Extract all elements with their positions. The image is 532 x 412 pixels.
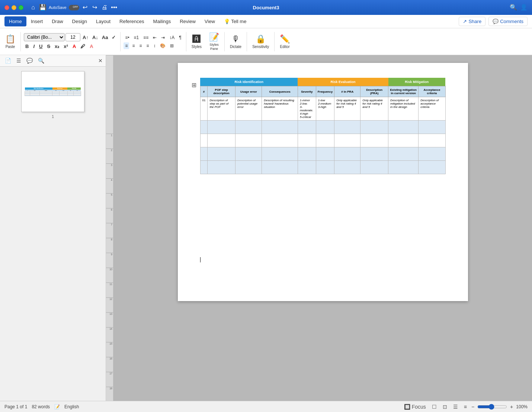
cell-empty[interactable] — [388, 134, 419, 147]
cell-empty[interactable] — [262, 147, 298, 161]
decrease-indent-button[interactable]: ⇤ — [151, 34, 158, 41]
menu-tell-me[interactable]: 💡 Tell me — [219, 16, 251, 26]
cell-empty[interactable] — [316, 161, 334, 174]
doc-scroll-area[interactable]: ⊞ Risk Identification Risk Evaluation Ri… — [113, 55, 532, 401]
sidebar-pages-button[interactable]: 📄 — [3, 57, 13, 65]
cell-empty[interactable] — [208, 134, 235, 147]
multilevel-list-button[interactable]: ≡≡ — [142, 34, 150, 41]
cell-pof[interactable]: Description of step as part of the POF — [208, 97, 235, 121]
zoom-decrease-icon[interactable]: − — [471, 404, 474, 410]
shading-para-button[interactable]: 🎨 — [158, 42, 167, 49]
show-marks-button[interactable]: ¶ — [177, 34, 183, 41]
change-case-button[interactable]: Aa — [100, 34, 110, 41]
cell-empty[interactable] — [360, 147, 388, 161]
focus-button[interactable]: 🔲 Focus — [403, 403, 427, 411]
proofing-icon[interactable]: 📝 — [54, 404, 60, 409]
dictate-button[interactable]: 🎙 Dictate — [228, 33, 244, 49]
cell-acceptance[interactable]: Description of acceptance criteria — [419, 97, 445, 121]
sidebar-close-button[interactable]: ✕ — [98, 58, 103, 64]
cell-empty[interactable] — [235, 134, 262, 147]
sidebar-nav-button[interactable]: ☰ — [15, 57, 23, 65]
cell-empty[interactable] — [262, 134, 298, 147]
styles-button[interactable]: 🅰 Styles — [189, 33, 204, 49]
cell-empty[interactable] — [419, 134, 445, 147]
autosave-toggle[interactable] — [69, 5, 79, 10]
zoom-slider[interactable] — [477, 404, 507, 410]
cell-empty[interactable] — [208, 147, 235, 161]
more-icon[interactable]: ••• — [110, 4, 118, 11]
cell-empty[interactable] — [298, 147, 316, 161]
cell-empty[interactable] — [298, 161, 316, 174]
cell-empty[interactable] — [419, 161, 445, 174]
cell-num[interactable]: 01 — [200, 97, 208, 121]
menu-references[interactable]: References — [115, 16, 148, 26]
zoom-increase-icon[interactable]: + — [510, 404, 513, 410]
paste-button[interactable]: 📋 Paste — [3, 33, 17, 49]
document-page[interactable]: ⊞ Risk Identification Risk Evaluation Ri… — [178, 63, 468, 301]
web-layout-button[interactable]: ⊡ — [441, 403, 449, 411]
cell-empty[interactable] — [334, 161, 360, 174]
cell-empty[interactable] — [200, 147, 208, 161]
cell-empty[interactable] — [388, 147, 419, 161]
strikethrough-button[interactable]: S — [45, 43, 52, 50]
cell-empty[interactable] — [419, 121, 445, 134]
table-add-button[interactable]: ⊞ — [192, 82, 196, 89]
maximize-button[interactable] — [19, 5, 23, 10]
bold-button[interactable]: B — [24, 43, 30, 50]
account-icon[interactable]: 👤 — [520, 4, 528, 11]
font-size-input[interactable] — [65, 33, 80, 41]
menu-home[interactable]: Home — [4, 16, 26, 26]
cell-empty[interactable] — [360, 121, 388, 134]
cell-empty[interactable] — [200, 161, 208, 174]
cell-severity[interactable]: 1-minor 2-low. 3-moderate. 4-high 5-crit… — [298, 97, 316, 121]
sidebar-review-button[interactable]: 💬 — [25, 57, 35, 65]
cell-empty[interactable] — [208, 121, 235, 134]
highlight-button[interactable]: 🖊 — [79, 43, 87, 50]
cell-num-pra[interactable]: Only applicable for risk rating 4 and 5 — [334, 97, 360, 121]
save-icon[interactable]: 💾 — [39, 4, 47, 11]
justify-button[interactable]: ≡ — [145, 42, 150, 49]
cell-empty[interactable] — [200, 134, 208, 147]
page-thumbnail[interactable]: Risk Identification Risk Eval Risk Mit #… — [21, 71, 84, 112]
cell-empty[interactable] — [388, 121, 419, 134]
underline-button[interactable]: U — [38, 43, 44, 50]
menu-review[interactable]: Review — [175, 16, 200, 26]
cell-empty[interactable] — [262, 161, 298, 174]
align-right-button[interactable]: ≡ — [138, 42, 143, 49]
sensitivity-button[interactable]: 🔒 Sensitivity — [250, 33, 271, 49]
cell-desc-pra[interactable]: Only applicable for risk rating 4 and 5 — [360, 97, 388, 121]
clear-format-button[interactable]: ✓ — [110, 34, 117, 41]
font-name-dropdown[interactable]: Calibri (Bo... — [24, 33, 65, 41]
borders-button[interactable]: ⊞ — [169, 42, 175, 49]
superscript-button[interactable]: x² — [62, 43, 70, 50]
editor-button[interactable]: ✏️ Editor — [278, 33, 292, 49]
subscript-button[interactable]: x₂ — [53, 43, 61, 50]
cell-empty[interactable] — [235, 121, 262, 134]
menu-mailings[interactable]: Mailings — [149, 16, 176, 26]
comments-button[interactable]: 💬 Comments — [488, 17, 528, 26]
share-button[interactable]: ↗ Share — [459, 17, 485, 26]
redo-icon[interactable]: ↪ — [91, 4, 99, 11]
numbered-list-button[interactable]: ≡1 — [132, 34, 141, 41]
cell-empty[interactable] — [334, 121, 360, 134]
cell-empty[interactable] — [262, 121, 298, 134]
increase-indent-button[interactable]: ⇥ — [160, 34, 166, 41]
cell-empty[interactable] — [235, 147, 262, 161]
align-left-button[interactable]: ≡ — [124, 42, 129, 49]
cell-empty[interactable] — [208, 161, 235, 174]
print-layout-button[interactable]: ☐ — [430, 403, 438, 411]
menu-insert[interactable]: Insert — [26, 16, 48, 26]
cell-empty[interactable] — [360, 134, 388, 147]
menu-design[interactable]: Design — [68, 16, 92, 26]
cell-empty[interactable] — [316, 134, 334, 147]
cell-empty[interactable] — [334, 134, 360, 147]
sidebar-search-button[interactable]: 🔍 — [36, 57, 46, 65]
cell-empty[interactable] — [360, 161, 388, 174]
print-icon[interactable]: 🖨 — [101, 4, 108, 11]
cell-empty[interactable] — [298, 134, 316, 147]
outline-button[interactable]: ☰ — [452, 403, 459, 411]
cell-consequences[interactable]: Description of resulting hazard/ hazardo… — [262, 97, 298, 121]
font-shrink-button[interactable]: A↓ — [91, 34, 100, 41]
cell-empty[interactable] — [388, 161, 419, 174]
cell-empty[interactable] — [419, 147, 445, 161]
